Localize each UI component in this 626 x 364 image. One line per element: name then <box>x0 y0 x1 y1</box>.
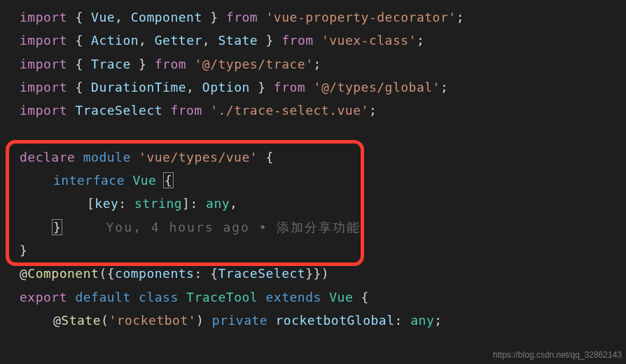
keyword-export: export <box>20 290 67 304</box>
ident: Getter <box>155 33 202 48</box>
space <box>75 150 83 164</box>
keyword-import: import <box>20 10 67 24</box>
brace: } <box>258 33 274 48</box>
space <box>67 103 75 118</box>
string: 'vuex-class' <box>321 33 417 48</box>
bracket: ]: <box>182 196 206 211</box>
paren: }}) <box>305 266 329 281</box>
code-line[interactable]: declare module 'vue/types/vue' { <box>20 146 626 169</box>
string: 'vue/types/vue' <box>139 150 258 164</box>
comma: , <box>230 196 237 211</box>
space <box>125 173 132 188</box>
code-line[interactable]: import TraceSelect from './trace-select.… <box>20 99 626 122</box>
keyword-default: default <box>75 290 130 304</box>
string: 'rocketbot' <box>109 313 196 328</box>
space <box>321 290 329 304</box>
paren: ) <box>196 313 212 328</box>
colon: : { <box>194 266 218 281</box>
string: 'vue-property-decorator' <box>266 10 457 24</box>
keyword-interface: interface <box>53 173 125 188</box>
space <box>67 290 75 304</box>
semicolon: ; <box>417 33 424 48</box>
code-line[interactable]: } You, 4 hours ago • 添加分享功能 <box>20 216 626 239</box>
type-name: TraceTool <box>186 290 258 304</box>
keyword-import: import <box>20 103 67 118</box>
code-line[interactable]: [key: string]: any, <box>20 192 626 215</box>
code-line[interactable]: @State('rocketbot') private rocketbotGlo… <box>20 309 626 332</box>
code-line[interactable]: export default class TraceTool extends V… <box>20 286 626 309</box>
code-line[interactable]: import { DurationTime, Option } from '@/… <box>20 76 626 99</box>
keyword-class: class <box>139 290 179 304</box>
watermark-text: https://blog.csdn.net/qq_32862143 <box>493 347 622 363</box>
space <box>67 80 75 94</box>
ident: rocketbotGlobal <box>275 313 394 328</box>
keyword-import: import <box>20 33 67 48</box>
paren: ({ <box>99 266 115 281</box>
brace: } <box>20 243 27 258</box>
code-line[interactable]: @Component({components: {TraceSelect}}) <box>20 262 626 285</box>
ident: TraceSelect <box>75 103 162 118</box>
code-line[interactable]: interface Vue { <box>20 169 626 192</box>
ident: Component <box>131 10 202 24</box>
string: '@/types/global' <box>314 80 440 94</box>
code-line[interactable]: import { Vue, Component } from 'vue-prop… <box>20 6 626 29</box>
type-name: any <box>206 196 230 211</box>
space <box>67 57 75 71</box>
space <box>67 33 75 48</box>
type-name: Vue <box>329 290 353 304</box>
space <box>131 290 139 304</box>
semicolon: ; <box>314 57 321 71</box>
ident: Trace <box>91 57 131 71</box>
keyword-declare: declare <box>20 150 75 164</box>
string: '@/types/trace' <box>194 57 313 71</box>
code-line[interactable]: import { Trace } from '@/types/trace'; <box>20 52 626 76</box>
ident: key <box>95 196 118 211</box>
keyword-private: private <box>212 313 267 328</box>
comma: , <box>202 33 218 48</box>
code-line[interactable]: import { Action, Getter, State } from 'v… <box>20 29 626 52</box>
colon: : <box>118 196 134 211</box>
keyword-from: from <box>162 103 210 118</box>
type-name: any <box>410 313 434 328</box>
type-name: Vue <box>132 173 156 188</box>
ident: Option <box>202 80 250 94</box>
brace: { <box>258 150 274 164</box>
brace-matched: { <box>163 172 174 188</box>
brace: { <box>75 80 91 94</box>
ident: State <box>218 33 258 48</box>
at-sign: @ <box>53 313 61 328</box>
decorator: State <box>61 313 101 328</box>
semicolon: ; <box>440 80 448 94</box>
comma: , <box>115 10 131 24</box>
keyword-from: from <box>266 80 314 94</box>
blank-line[interactable] <box>20 122 626 145</box>
brace: } <box>250 80 266 94</box>
git-blame-annotation: You, 4 hours ago • 添加分享功能 <box>61 220 361 234</box>
semicolon: ; <box>457 10 464 24</box>
ident: DurationTime <box>91 80 186 94</box>
code-line[interactable]: } <box>20 239 626 262</box>
keyword-extends: extends <box>266 290 321 304</box>
space <box>179 290 186 304</box>
ident: TraceSelect <box>218 266 305 281</box>
space <box>67 10 75 24</box>
brace: { <box>75 10 91 24</box>
string: './trace-select.vue' <box>210 103 369 118</box>
semicolon: ; <box>369 103 377 118</box>
keyword-from: from <box>274 33 321 48</box>
keyword-module: module <box>83 150 131 164</box>
keyword-from: from <box>146 57 194 71</box>
type-name: string <box>134 196 182 211</box>
paren: ( <box>101 313 109 328</box>
semicolon: ; <box>434 313 442 328</box>
space <box>131 150 139 164</box>
brace: { <box>75 33 91 48</box>
brace: { <box>75 57 91 71</box>
keyword-import: import <box>20 80 67 94</box>
ident: components <box>115 266 194 281</box>
space <box>258 290 265 304</box>
comma: , <box>186 80 202 94</box>
space <box>267 313 275 328</box>
brace: } <box>202 10 218 24</box>
keyword-import: import <box>20 57 67 71</box>
